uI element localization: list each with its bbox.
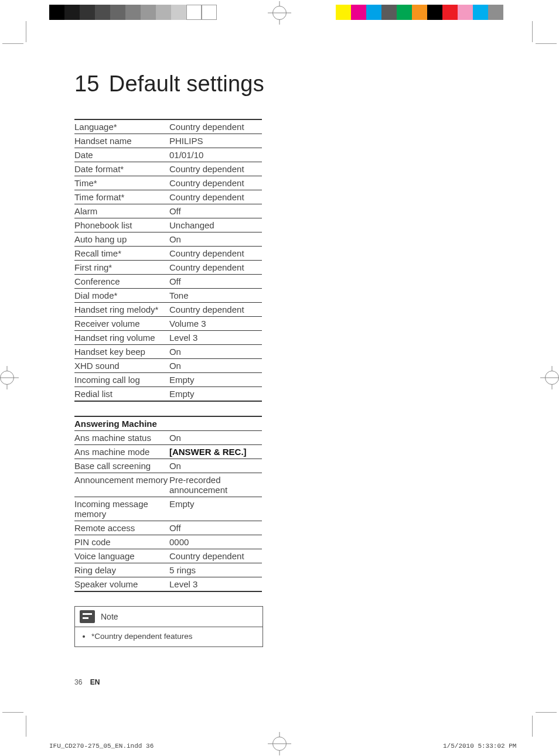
answering-machine-table: Answering MachineAns machine statusOnAns… xyxy=(74,416,262,592)
table-row: Incoming call logEmpty xyxy=(74,373,262,387)
trim-mark xyxy=(536,43,557,44)
setting-label: Conference xyxy=(74,275,169,289)
default-settings-table: Language*Country dependentHandset namePH… xyxy=(74,119,262,402)
slug-datetime: 1/5/2010 5:33:02 PM xyxy=(443,743,516,750)
table-row: Handset ring melody*Country dependent xyxy=(74,303,262,317)
setting-value: Volume 3 xyxy=(169,317,262,331)
color-swatch xyxy=(171,5,186,20)
trim-mark xyxy=(2,43,23,44)
color-swatch xyxy=(49,5,64,20)
setting-value: Level 3 xyxy=(169,331,262,345)
page-number: 36 xyxy=(74,678,82,686)
color-swatch xyxy=(186,5,202,20)
table-row: Date01/01/10 xyxy=(74,148,262,162)
note-body: *Country dependent features xyxy=(75,627,263,646)
table-row: Voice languageCountry dependent xyxy=(74,549,262,563)
setting-value: Country dependent xyxy=(169,190,262,204)
setting-label: Ans machine mode xyxy=(74,445,169,459)
setting-value: 5 rings xyxy=(169,563,262,577)
setting-label: Handset key beep xyxy=(74,345,169,359)
trim-mark xyxy=(532,21,533,42)
color-swatch xyxy=(351,5,366,20)
table-row: Language*Country dependent xyxy=(74,119,262,134)
color-swatch xyxy=(458,5,473,20)
setting-label: Alarm xyxy=(74,204,169,218)
trim-mark xyxy=(532,716,533,737)
setting-label: Ans machine status xyxy=(74,431,169,445)
note-icon xyxy=(80,610,95,623)
section-header-label: Answering Machine xyxy=(74,416,262,431)
content-area: 15 Default settings Language*Country dep… xyxy=(74,71,485,647)
setting-label: Dial mode* xyxy=(74,289,169,303)
color-swatch xyxy=(64,5,80,20)
table-row: Ans machine statusOn xyxy=(74,431,262,445)
setting-value: On xyxy=(169,345,262,359)
setting-value: Country dependent xyxy=(169,176,262,190)
setting-value: 0000 xyxy=(169,535,262,549)
note-item: *Country dependent features xyxy=(91,632,257,641)
table-row: Handset key beepOn xyxy=(74,345,262,359)
table-row: Announcement memoryPre-recorded announce… xyxy=(74,473,262,497)
setting-label: Base call screening xyxy=(74,459,169,473)
color-swatch xyxy=(156,5,171,20)
setting-value: Country dependent xyxy=(169,247,262,261)
setting-label: Time* xyxy=(74,176,169,190)
color-swatch xyxy=(141,5,156,20)
table-row: Time*Country dependent xyxy=(74,176,262,190)
setting-label: Language* xyxy=(74,119,169,134)
setting-label: Incoming message memory xyxy=(74,497,169,521)
setting-value: Empty xyxy=(169,497,262,521)
setting-label: Receiver volume xyxy=(74,317,169,331)
color-swatch xyxy=(412,5,427,20)
setting-value: PHILIPS xyxy=(169,134,262,148)
page-language: EN xyxy=(90,678,100,686)
table-row: Time format*Country dependent xyxy=(74,190,262,204)
color-swatch xyxy=(488,5,503,20)
slug-filename: IFU_CD270-275_05_EN.indd 36 xyxy=(49,743,154,750)
trim-mark xyxy=(26,716,26,737)
colorbar-grayscale xyxy=(49,5,217,20)
chapter-title-text: Default settings xyxy=(109,71,264,96)
note-header: Note xyxy=(75,607,263,627)
table-row: Ans machine mode[ANSWER & REC.] xyxy=(74,445,262,459)
registration-mark xyxy=(268,732,291,755)
trim-mark xyxy=(2,712,23,713)
color-swatch xyxy=(366,5,381,20)
color-swatch xyxy=(336,5,351,20)
setting-value: On xyxy=(169,459,262,473)
table-row: First ring*Country dependent xyxy=(74,261,262,275)
registration-mark xyxy=(540,366,559,389)
table-row: AlarmOff xyxy=(74,204,262,218)
setting-value: On xyxy=(169,359,262,373)
setting-label: Announcement memory xyxy=(74,473,169,497)
table-row: Date format*Country dependent xyxy=(74,162,262,176)
registration-mark xyxy=(0,366,19,389)
setting-value: Country dependent xyxy=(169,549,262,563)
table-row: Base call screeningOn xyxy=(74,459,262,473)
setting-label: PIN code xyxy=(74,535,169,549)
setting-label: Voice language xyxy=(74,549,169,563)
color-swatch xyxy=(442,5,458,20)
setting-value: Off xyxy=(169,275,262,289)
color-swatch xyxy=(110,5,125,20)
color-swatch xyxy=(125,5,141,20)
setting-value: On xyxy=(169,232,262,247)
setting-label: XHD sound xyxy=(74,359,169,373)
table-row: Receiver volumeVolume 3 xyxy=(74,317,262,331)
setting-value: Empty xyxy=(169,373,262,387)
setting-label: Date xyxy=(74,148,169,162)
color-swatch xyxy=(95,5,110,20)
setting-value: 01/01/10 xyxy=(169,148,262,162)
setting-value: Country dependent xyxy=(169,261,262,275)
note-label: Note xyxy=(101,612,118,621)
setting-value: Tone xyxy=(169,289,262,303)
setting-label: Handset name xyxy=(74,134,169,148)
color-swatch xyxy=(381,5,397,20)
setting-value: On xyxy=(169,431,262,445)
setting-label: Auto hang up xyxy=(74,232,169,247)
table-row: Incoming message memoryEmpty xyxy=(74,497,262,521)
setting-value: Off xyxy=(169,521,262,535)
table-row: PIN code0000 xyxy=(74,535,262,549)
setting-value: [ANSWER & REC.] xyxy=(169,445,262,459)
note-box: Note *Country dependent features xyxy=(74,606,263,647)
